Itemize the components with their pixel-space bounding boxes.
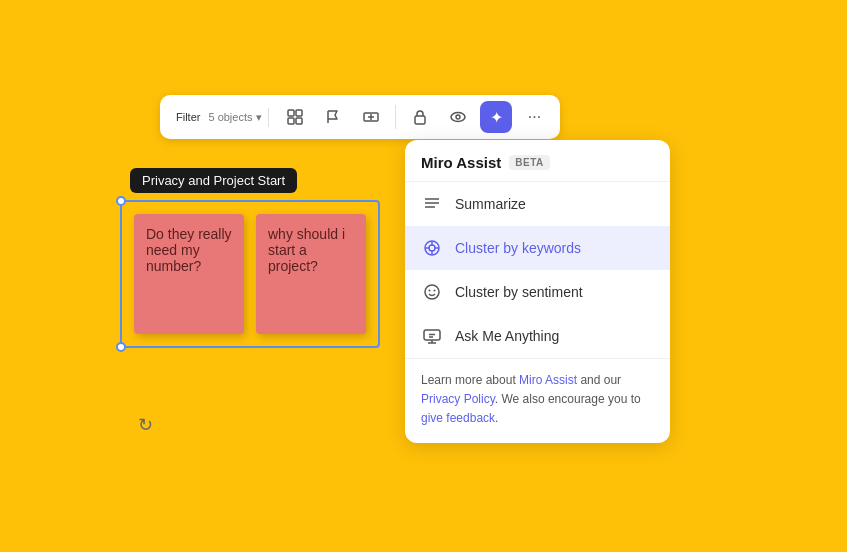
sticky-note-2[interactable]: why should i start a project? (256, 214, 366, 334)
more-options-button[interactable]: ··· (518, 101, 550, 133)
beta-badge: BETA (509, 155, 549, 170)
ask-me-anything-menu-item[interactable]: Ask Me Anything (405, 314, 670, 358)
cluster-sentiment-label: Cluster by sentiment (455, 284, 583, 300)
svg-point-6 (451, 113, 465, 122)
summarize-menu-item[interactable]: Summarize (405, 182, 670, 226)
cluster-sentiment-menu-item[interactable]: Cluster by sentiment (405, 270, 670, 314)
flag-icon (324, 108, 342, 126)
assist-title: Miro Assist (421, 154, 501, 171)
ask-me-anything-icon (421, 325, 443, 347)
ai-sparkle-icon: ✦ (490, 108, 503, 127)
miro-assist-link[interactable]: Miro Assist (519, 373, 577, 387)
filter-label: Filter (176, 111, 200, 123)
cluster-keywords-label: Cluster by keywords (455, 240, 581, 256)
svg-point-19 (434, 290, 436, 292)
cluster-keywords-icon (421, 237, 443, 259)
footer-text-after-link2: . We also encourage you to (495, 392, 641, 406)
selection-handle-bl[interactable] (116, 342, 126, 352)
summarize-label: Summarize (455, 196, 526, 212)
lock-button[interactable] (404, 101, 436, 133)
rotate-handle[interactable]: ↻ (138, 414, 158, 434)
filter-control[interactable]: Filter 5 objects ▾ (170, 108, 269, 127)
lock-icon (411, 108, 429, 126)
filter-count: 5 objects (208, 111, 252, 123)
cluster-keywords-menu-item[interactable]: Cluster by keywords (405, 226, 670, 270)
toolbar: Filter 5 objects ▾ (160, 95, 560, 139)
flag-button[interactable] (317, 101, 349, 133)
svg-point-7 (456, 115, 460, 119)
footer-text-after-link1: and our (577, 373, 621, 387)
filter-chevron-icon: ▾ (256, 111, 262, 124)
summarize-icon (421, 193, 443, 215)
sticky-note-1-text: Do they really need my number? (146, 226, 232, 274)
footer-text-before-link1: Learn more about (421, 373, 519, 387)
cluster-sentiment-icon (421, 281, 443, 303)
svg-rect-3 (296, 118, 302, 124)
board-icon (286, 108, 304, 126)
assist-footer: Learn more about Miro Assist and our Pri… (405, 358, 670, 443)
canvas-selection-area: Do they really need my number? why shoul… (120, 200, 380, 348)
tag-icon (362, 108, 380, 126)
visibility-button[interactable] (442, 101, 474, 133)
selection-handle-tl[interactable] (116, 196, 126, 206)
svg-point-17 (425, 285, 439, 299)
ai-assist-button[interactable]: ✦ (480, 101, 512, 133)
svg-rect-5 (415, 116, 425, 124)
assist-header: Miro Assist BETA (405, 140, 670, 182)
ask-me-anything-label: Ask Me Anything (455, 328, 559, 344)
board-view-button[interactable] (279, 101, 311, 133)
ellipsis-icon: ··· (528, 108, 541, 126)
svg-point-12 (429, 245, 435, 251)
eye-icon (449, 108, 467, 126)
toolbar-divider (395, 105, 396, 129)
privacy-policy-link[interactable]: Privacy Policy (421, 392, 495, 406)
svg-point-18 (429, 290, 431, 292)
sticky-note-1[interactable]: Do they really need my number? (134, 214, 244, 334)
selection-label: Privacy and Project Start (130, 168, 297, 193)
svg-rect-2 (288, 118, 294, 124)
svg-rect-0 (288, 110, 294, 116)
give-feedback-link[interactable]: give feedback (421, 411, 495, 425)
tag-button[interactable] (355, 101, 387, 133)
footer-text-after-link3: . (495, 411, 498, 425)
svg-rect-1 (296, 110, 302, 116)
sticky-note-2-text: why should i start a project? (268, 226, 354, 274)
assist-panel: Miro Assist BETA Summarize Cluster by k (405, 140, 670, 443)
